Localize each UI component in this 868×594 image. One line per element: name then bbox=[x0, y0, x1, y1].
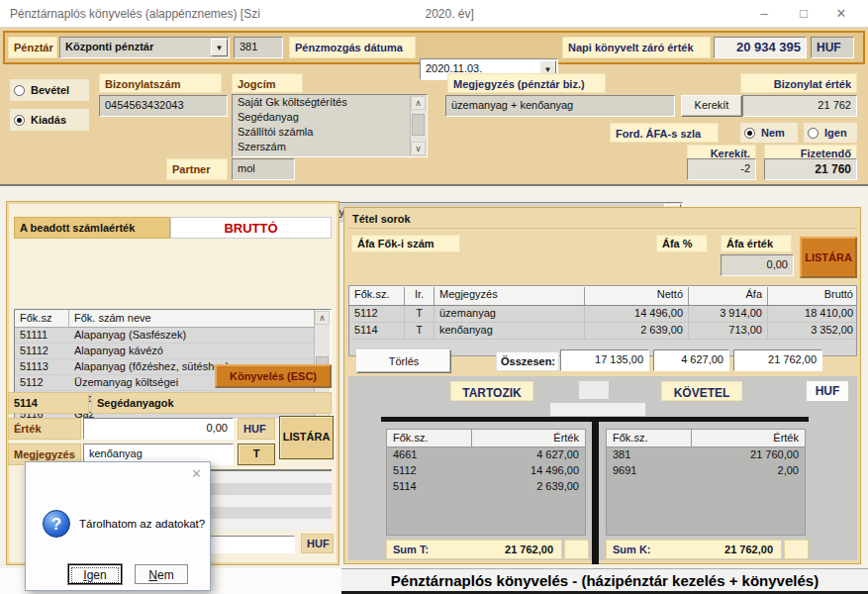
ertek-label: Érték bbox=[8, 418, 81, 440]
sum-k-strip: Sum K: 21 762,00 bbox=[606, 540, 782, 559]
sum-t-strip: Sum T: 21 762,00 bbox=[386, 540, 562, 559]
brutto-mode-label: BRUTTÓ bbox=[170, 217, 332, 239]
chevron-down-icon[interactable]: ▼ bbox=[211, 39, 228, 56]
osszesen-netto: 17 135,00 bbox=[560, 349, 649, 371]
tetel-col-code[interactable]: Fők.sz. bbox=[349, 287, 405, 305]
jogcim-label: Jogcím bbox=[232, 73, 303, 93]
dialog-close-icon[interactable]: ✕ bbox=[191, 466, 202, 481]
groupbox-line bbox=[348, 228, 857, 229]
jogcim-list-item[interactable]: Saját Gk költségtérítés bbox=[233, 95, 410, 110]
debit-row[interactable]: 4661 4 627,00 bbox=[387, 447, 585, 463]
tetel-col-brutto[interactable]: Bruttó bbox=[768, 287, 857, 305]
yes-button-label: Igen bbox=[71, 567, 119, 583]
scroll-down-icon[interactable]: ∨ bbox=[411, 142, 426, 155]
taccount-vertical-bar bbox=[592, 417, 599, 564]
listara-right-button[interactable]: LISTÁRA bbox=[800, 237, 857, 278]
scroll-thumb[interactable] bbox=[412, 114, 425, 136]
debit-col-code[interactable]: Fők.sz. bbox=[387, 430, 471, 446]
sum-t-spacer bbox=[564, 540, 589, 559]
credit-table[interactable]: Fők.sz. Érték 381 21 760,00 9691 2,00 bbox=[606, 429, 806, 536]
radio-bevetel[interactable]: Bevétel bbox=[10, 79, 89, 101]
credit-row[interactable]: 9691 2,00 bbox=[607, 463, 805, 479]
bottom-huf-label: HUF bbox=[301, 534, 334, 553]
bizonylatszam-field[interactable]: 0454563432043 bbox=[99, 95, 228, 117]
radio-icon[interactable] bbox=[14, 85, 25, 96]
debit-row[interactable]: 5114 2 639,00 bbox=[387, 479, 585, 495]
afa-ertek-label: Áfa érték bbox=[721, 235, 792, 252]
tetel-col-note[interactable]: Megjegyzés bbox=[434, 287, 585, 305]
minimize-icon[interactable]: – bbox=[749, 6, 779, 22]
bizonylatszam-label: Bizonylatszám bbox=[99, 73, 222, 93]
jogcim-scrollbar[interactable]: ∧ ∨ bbox=[410, 96, 426, 155]
radio-kiadas-label: Kiadás bbox=[31, 114, 66, 126]
tetel-row[interactable]: 5112 T üzemanyag 14 496,00 3 914,00 18 4… bbox=[349, 306, 856, 323]
no-button[interactable]: Nem bbox=[135, 564, 188, 584]
radio-nem-label: Nem bbox=[761, 127, 785, 139]
torles-button[interactable]: Törlés bbox=[356, 349, 451, 373]
radio-selected-icon[interactable] bbox=[744, 128, 755, 139]
yes-button[interactable]: Igen bbox=[68, 564, 122, 584]
sum-k-label: Sum K: bbox=[613, 544, 651, 555]
tetel-col-afa[interactable]: Áfa bbox=[689, 287, 768, 305]
credit-col-value[interactable]: Érték bbox=[691, 430, 805, 446]
credit-col-code[interactable]: Fők.sz. bbox=[607, 430, 691, 446]
account-number-field[interactable]: 381 bbox=[234, 37, 283, 58]
afa-foki-label: Áfa Fők-i szám bbox=[351, 235, 460, 252]
accounts-col-name[interactable]: Fők. szám neve bbox=[69, 310, 315, 327]
selected-account-name: Segédanyagok bbox=[91, 392, 332, 414]
penztar-select[interactable]: Központi pénztár ▼ bbox=[59, 37, 230, 58]
afa-ertek-field[interactable]: 0,00 bbox=[721, 254, 794, 276]
center-box bbox=[579, 381, 609, 399]
kovetel-label: KÖVETEL bbox=[661, 381, 742, 401]
debit-col-value[interactable]: Érték bbox=[471, 430, 585, 446]
footer-caption: Pénztárnaplós könyvelés - (házipénztár k… bbox=[341, 568, 868, 594]
title-bar: Pénztárnaplós könyvelés (alappénznemes) … bbox=[0, 0, 868, 28]
radio-selected-icon[interactable] bbox=[14, 115, 25, 126]
megjegyzes-penztar-field[interactable]: üzemanyag + kenőanyag bbox=[445, 95, 675, 117]
debit-table[interactable]: Fők.sz. Érték 4661 4 627,00 5112 14 496,… bbox=[386, 429, 586, 536]
tetel-col-netto[interactable]: Nettó bbox=[585, 287, 689, 305]
credit-row[interactable]: 381 21 760,00 bbox=[607, 447, 805, 463]
accounts-col-code[interactable]: Fők.sz bbox=[15, 310, 69, 327]
partner-code-field[interactable]: mol bbox=[232, 158, 295, 180]
radio-igen-label: Igen bbox=[824, 127, 847, 139]
account-row[interactable]: 51111 Alapanyag (Sasfészek) bbox=[15, 328, 315, 344]
tetel-row[interactable]: 5114 T kenőanyag 2 639,00 713,00 3 352,0… bbox=[349, 323, 856, 340]
osszesen-brutto: 21 762,00 bbox=[733, 349, 822, 371]
ertek-input[interactable]: 0,00 bbox=[83, 418, 234, 440]
radio-icon[interactable] bbox=[808, 128, 819, 139]
radio-bevetel-label: Bevétel bbox=[31, 84, 69, 96]
bizonylat-ertek-value: 21 762 bbox=[742, 95, 857, 117]
date-label: Pénzmozgás dátuma bbox=[289, 37, 416, 58]
jogcim-list-item[interactable]: Szerszám bbox=[233, 140, 410, 154]
tetel-table[interactable]: Fők.sz. Ir. Megjegyzés Nettó Áfa Bruttó … bbox=[348, 285, 857, 356]
konyveles-button[interactable]: Könyvelés (ESC) bbox=[215, 364, 332, 388]
scroll-up-icon[interactable]: ∧ bbox=[315, 311, 330, 325]
scroll-up-icon[interactable]: ∧ bbox=[411, 96, 426, 110]
jogcim-listbox[interactable]: Saját Gk költségtérítésSegédanyagSzállít… bbox=[232, 94, 428, 157]
listara-left-button[interactable]: LISTÁRA bbox=[279, 416, 334, 459]
radio-kiadas[interactable]: Kiadás bbox=[10, 109, 89, 131]
bizonylat-ertek-label: Bizonylat érték bbox=[740, 73, 857, 93]
tartozik-label: TARTOZIK bbox=[450, 381, 533, 401]
currency-label: HUF bbox=[811, 37, 854, 58]
jogcim-list-item[interactable]: Szállítói számla bbox=[233, 125, 410, 140]
closing-value-label: Napi könyvelt záró érték bbox=[562, 37, 711, 58]
radio-ford-igen[interactable]: Igen bbox=[804, 123, 857, 143]
kerekit-value: -2 bbox=[687, 158, 756, 180]
radio-ford-nem[interactable]: Nem bbox=[740, 123, 798, 143]
selected-account-code: 5114 bbox=[8, 392, 89, 414]
t-button[interactable]: T bbox=[238, 444, 275, 465]
close-icon[interactable]: ✕ bbox=[826, 6, 856, 22]
center-box-small bbox=[550, 403, 645, 416]
account-row[interactable]: 51112 Alapanyag kávézó bbox=[15, 344, 315, 359]
ford-afa-label: Ford. ÁFA-s szla bbox=[610, 123, 719, 143]
osszesen-label: Összesen: bbox=[496, 351, 559, 371]
osszesen-afa: 4 627,00 bbox=[653, 349, 729, 371]
tetel-col-ir[interactable]: Ir. bbox=[405, 287, 434, 305]
debit-row[interactable]: 5112 14 496,00 bbox=[387, 463, 585, 479]
tetel-sorok-label: Tétel sorok bbox=[352, 213, 411, 225]
maximize-icon[interactable]: □ bbox=[789, 6, 819, 22]
kerekit-button[interactable]: Kerekít bbox=[681, 95, 742, 117]
jogcim-list-item[interactable]: Segédanyag bbox=[233, 110, 410, 125]
